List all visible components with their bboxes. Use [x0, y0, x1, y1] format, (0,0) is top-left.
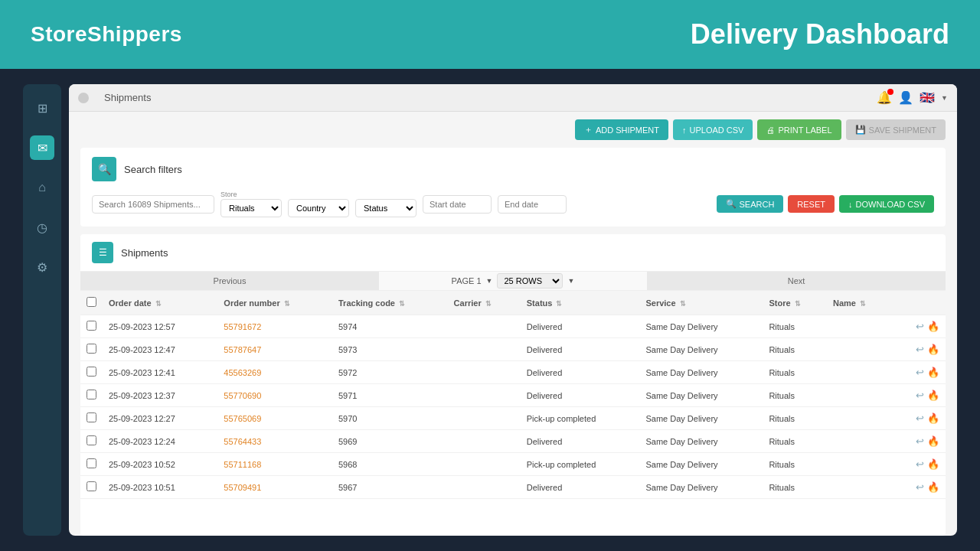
- row-checkbox[interactable]: [87, 458, 96, 468]
- row-checkbox-cell[interactable]: [80, 361, 103, 384]
- fire-icon[interactable]: 🔥: [927, 458, 939, 470]
- save-shipment-button[interactable]: 💾 SAVE SHIPMENT: [846, 119, 946, 140]
- add-shipment-button[interactable]: ＋ ADD SHIPMENT: [575, 119, 668, 140]
- status-filter-select[interactable]: Status: [355, 199, 416, 217]
- next-page-button[interactable]: Next: [647, 272, 946, 290]
- route-icon[interactable]: ↩: [916, 321, 924, 332]
- col-order-number[interactable]: Order number ⇅: [217, 291, 332, 315]
- row-order-number[interactable]: 55764433: [217, 430, 332, 453]
- route-icon[interactable]: ↩: [916, 367, 924, 378]
- route-icon[interactable]: ↩: [916, 412, 924, 424]
- sidebar-item-shipments[interactable]: ✉: [30, 135, 54, 160]
- col-service[interactable]: Service ⇅: [639, 291, 763, 315]
- route-icon[interactable]: ↩: [916, 458, 924, 470]
- row-carrier: [448, 430, 521, 453]
- select-all-header[interactable]: [80, 291, 103, 315]
- row-checkbox-cell[interactable]: [80, 476, 103, 499]
- row-checkbox[interactable]: [87, 481, 96, 491]
- tracking-sort-icon: ⇅: [399, 300, 405, 308]
- row-order-number[interactable]: 55709491: [217, 476, 332, 499]
- col-carrier[interactable]: Carrier ⇅: [448, 291, 521, 315]
- sidebar-item-clock[interactable]: ◷: [30, 215, 54, 240]
- row-checkbox-cell[interactable]: [80, 338, 103, 361]
- fire-icon[interactable]: 🔥: [927, 390, 939, 401]
- start-date-input[interactable]: [423, 195, 492, 214]
- fire-icon[interactable]: 🔥: [927, 344, 939, 355]
- order-number-link[interactable]: 55711168: [224, 460, 261, 469]
- fire-icon[interactable]: 🔥: [927, 412, 939, 424]
- col-name[interactable]: Name ⇅: [827, 291, 893, 315]
- table-scroll[interactable]: Order date ⇅ Order number ⇅ Tracking cod…: [80, 291, 946, 536]
- row-status: Delivered: [521, 338, 640, 361]
- row-order-number[interactable]: 55770690: [217, 384, 332, 407]
- order-number-link[interactable]: 55787647: [224, 345, 261, 354]
- print-label-button[interactable]: 🖨 PRINT LABEL: [757, 119, 841, 140]
- upload-csv-button[interactable]: ↑ UPLOAD CSV: [673, 119, 753, 140]
- page-dropdown-icon[interactable]: ▼: [486, 277, 493, 285]
- table-section: ☰ Shipments Previous PAGE 1 ▼ 25 ROWS 50…: [80, 234, 946, 536]
- order-number-link[interactable]: 45563269: [224, 368, 261, 377]
- row-checkbox[interactable]: [87, 367, 96, 377]
- row-service: Same Day Delivery: [639, 430, 763, 453]
- window-close-btn[interactable]: [78, 93, 89, 103]
- window-title: Shipments: [104, 92, 151, 103]
- row-checkbox[interactable]: [87, 344, 96, 354]
- row-store: Rituals: [763, 407, 827, 430]
- country-filter-select[interactable]: Country: [288, 199, 349, 217]
- row-checkbox-cell[interactable]: [80, 384, 103, 407]
- fire-icon[interactable]: 🔥: [927, 321, 939, 332]
- row-order-number[interactable]: 55787647: [217, 338, 332, 361]
- order-number-link[interactable]: 55765069: [224, 414, 261, 423]
- pagination-row: Previous PAGE 1 ▼ 25 ROWS 50 ROWS 100 RO…: [80, 272, 946, 291]
- route-icon[interactable]: ↩: [916, 390, 924, 401]
- prev-page-button[interactable]: Previous: [80, 272, 379, 290]
- route-icon[interactable]: ↩: [916, 435, 924, 447]
- row-checkbox[interactable]: [87, 390, 96, 399]
- app-window: Shipments 🔔 👤 🇬🇧 ▼ ＋ ADD SHIPMENT ↑ UPLO…: [69, 84, 957, 536]
- order-number-link[interactable]: 55764433: [224, 437, 261, 446]
- user-icon[interactable]: 👤: [898, 90, 913, 105]
- store-filter-select[interactable]: Rituals: [220, 199, 282, 217]
- sidebar-item-dashboard[interactable]: ⌂: [30, 175, 54, 200]
- row-order-number[interactable]: 55765069: [217, 407, 332, 430]
- sidebar-item-home[interactable]: ⊞: [30, 96, 54, 120]
- row-checkbox[interactable]: [87, 435, 96, 445]
- order-number-link[interactable]: 55791672: [224, 322, 261, 331]
- row-checkbox-cell[interactable]: [80, 315, 103, 338]
- order-number-link[interactable]: 55709491: [224, 483, 261, 492]
- download-csv-button[interactable]: ↓ DOWNLOAD CSV: [839, 195, 934, 213]
- flag-icon[interactable]: 🇬🇧: [920, 90, 935, 105]
- row-order-number[interactable]: 45563269: [217, 361, 332, 384]
- search-input[interactable]: [92, 195, 214, 214]
- col-tracking-code[interactable]: Tracking code ⇅: [332, 291, 448, 315]
- row-checkbox[interactable]: [87, 412, 96, 422]
- order-number-link[interactable]: 55770690: [224, 391, 261, 400]
- row-service: Same Day Delivery: [639, 476, 763, 499]
- row-checkbox-cell[interactable]: [80, 453, 103, 476]
- search-button[interactable]: 🔍 SEARCH: [717, 195, 784, 213]
- row-service: Same Day Delivery: [639, 407, 763, 430]
- row-checkbox[interactable]: [87, 321, 96, 331]
- notification-icon[interactable]: 🔔: [877, 90, 892, 105]
- row-service: Same Day Delivery: [639, 453, 763, 476]
- route-icon[interactable]: ↩: [916, 344, 924, 355]
- row-order-number[interactable]: 55791672: [217, 315, 332, 338]
- fire-icon[interactable]: 🔥: [927, 435, 939, 447]
- route-icon[interactable]: ↩: [916, 481, 924, 493]
- rows-select[interactable]: 25 ROWS 50 ROWS 100 ROWS: [497, 273, 563, 289]
- flag-dropdown-icon[interactable]: ▼: [941, 94, 948, 102]
- end-date-input[interactable]: [498, 195, 567, 214]
- col-order-date[interactable]: Order date ⇅: [103, 291, 217, 315]
- col-store[interactable]: Store ⇅: [763, 291, 827, 315]
- select-all-checkbox[interactable]: [87, 297, 96, 307]
- page-number: PAGE 1: [452, 276, 482, 285]
- col-status[interactable]: Status ⇅: [521, 291, 640, 315]
- fire-icon[interactable]: 🔥: [927, 481, 939, 493]
- fire-icon[interactable]: 🔥: [927, 367, 939, 378]
- sidebar-item-settings[interactable]: ⚙: [30, 255, 54, 279]
- row-checkbox-cell[interactable]: [80, 430, 103, 453]
- row-order-number[interactable]: 55711168: [217, 453, 332, 476]
- row-checkbox-cell[interactable]: [80, 407, 103, 430]
- reset-button[interactable]: RESET: [788, 195, 835, 213]
- window-actions: 🔔 👤 🇬🇧 ▼: [877, 90, 948, 105]
